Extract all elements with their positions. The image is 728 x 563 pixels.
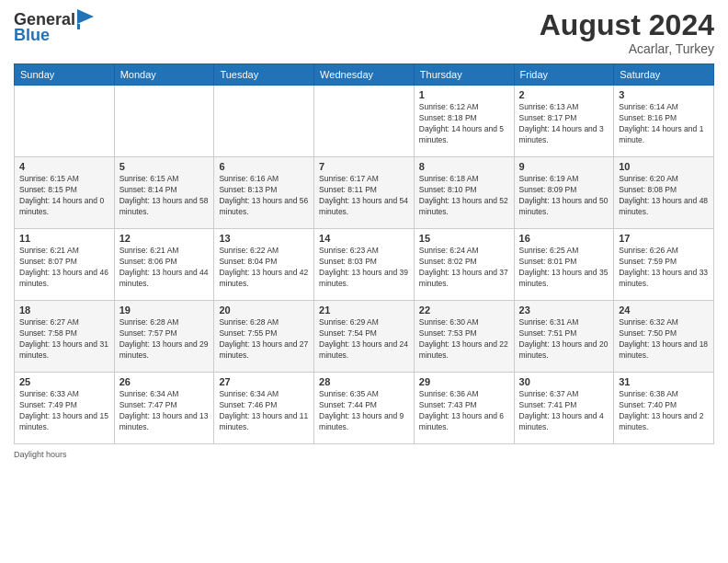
day-number: 1 xyxy=(419,89,509,100)
day-cell: 25Sunrise: 6:33 AMSunset: 7:49 PMDayligh… xyxy=(15,373,115,444)
day-number: 17 xyxy=(619,233,709,244)
footer: Daylight hours xyxy=(14,450,714,459)
day-cell: 6Sunrise: 6:16 AMSunset: 8:13 PMDaylight… xyxy=(214,157,314,229)
day-number: 5 xyxy=(119,161,210,172)
day-number: 23 xyxy=(519,304,609,316)
day-cell: 28Sunrise: 6:35 AMSunset: 7:44 PMDayligh… xyxy=(314,373,415,444)
day-info: Sunrise: 6:31 AMSunset: 7:51 PMDaylight:… xyxy=(519,317,609,362)
day-cell: 13Sunrise: 6:22 AMSunset: 8:04 PMDayligh… xyxy=(214,229,314,301)
day-number: 12 xyxy=(119,233,210,244)
day-number: 25 xyxy=(19,376,109,387)
day-cell: 31Sunrise: 6:38 AMSunset: 7:40 PMDayligh… xyxy=(614,373,714,444)
week-row-2: 4Sunrise: 6:15 AMSunset: 8:15 PMDaylight… xyxy=(15,157,714,229)
week-row-1: 1Sunrise: 6:12 AMSunset: 8:18 PMDaylight… xyxy=(15,86,714,157)
col-header-thursday: Thursday xyxy=(414,64,514,86)
month-year: August 2024 xyxy=(540,9,714,41)
day-cell: 15Sunrise: 6:24 AMSunset: 8:02 PMDayligh… xyxy=(414,229,514,301)
day-info: Sunrise: 6:20 AMSunset: 8:08 PMDaylight:… xyxy=(619,174,709,218)
day-cell xyxy=(114,86,214,157)
day-info: Sunrise: 6:12 AMSunset: 8:18 PMDaylight:… xyxy=(419,102,509,146)
day-info: Sunrise: 6:15 AMSunset: 8:14 PMDaylight:… xyxy=(119,174,210,218)
day-number: 2 xyxy=(519,89,609,100)
day-info: Sunrise: 6:27 AMSunset: 7:58 PMDaylight:… xyxy=(19,317,109,362)
daylight-label: Daylight hours xyxy=(14,450,67,459)
day-cell: 2Sunrise: 6:13 AMSunset: 8:17 PMDaylight… xyxy=(514,86,614,157)
day-number: 27 xyxy=(219,376,309,387)
day-number: 9 xyxy=(519,161,609,172)
day-number: 21 xyxy=(319,304,409,316)
day-cell xyxy=(314,86,415,157)
day-cell xyxy=(214,86,314,157)
day-number: 7 xyxy=(319,161,409,172)
day-cell: 1Sunrise: 6:12 AMSunset: 8:18 PMDaylight… xyxy=(414,86,514,157)
day-cell: 29Sunrise: 6:36 AMSunset: 7:43 PMDayligh… xyxy=(414,373,514,444)
day-info: Sunrise: 6:37 AMSunset: 7:41 PMDaylight:… xyxy=(519,389,609,433)
week-row-4: 18Sunrise: 6:27 AMSunset: 7:58 PMDayligh… xyxy=(15,301,714,373)
day-info: Sunrise: 6:16 AMSunset: 8:13 PMDaylight:… xyxy=(219,174,309,218)
day-cell: 18Sunrise: 6:27 AMSunset: 7:58 PMDayligh… xyxy=(15,301,115,373)
day-number: 15 xyxy=(419,233,509,244)
day-info: Sunrise: 6:26 AMSunset: 7:59 PMDaylight:… xyxy=(619,246,709,290)
day-info: Sunrise: 6:13 AMSunset: 8:17 PMDaylight:… xyxy=(519,102,609,146)
day-cell: 16Sunrise: 6:25 AMSunset: 8:01 PMDayligh… xyxy=(514,229,614,301)
col-header-tuesday: Tuesday xyxy=(214,64,314,86)
day-number: 18 xyxy=(19,304,109,316)
day-cell: 5Sunrise: 6:15 AMSunset: 8:14 PMDaylight… xyxy=(114,157,214,229)
day-cell: 26Sunrise: 6:34 AMSunset: 7:47 PMDayligh… xyxy=(114,373,214,444)
logo-flag-icon xyxy=(77,9,94,29)
day-number: 20 xyxy=(219,304,309,316)
calendar: SundayMondayTuesdayWednesdayThursdayFrid… xyxy=(14,63,714,444)
day-cell: 24Sunrise: 6:32 AMSunset: 7:50 PMDayligh… xyxy=(614,301,714,373)
day-cell: 19Sunrise: 6:28 AMSunset: 7:57 PMDayligh… xyxy=(114,301,214,373)
day-cell: 27Sunrise: 6:34 AMSunset: 7:46 PMDayligh… xyxy=(214,373,314,444)
day-info: Sunrise: 6:18 AMSunset: 8:10 PMDaylight:… xyxy=(419,174,509,218)
day-number: 29 xyxy=(419,376,509,387)
day-info: Sunrise: 6:35 AMSunset: 7:44 PMDaylight:… xyxy=(319,389,409,433)
col-header-monday: Monday xyxy=(114,64,214,86)
day-cell: 23Sunrise: 6:31 AMSunset: 7:51 PMDayligh… xyxy=(514,301,614,373)
day-number: 8 xyxy=(419,161,509,172)
day-number: 26 xyxy=(119,376,210,387)
day-number: 13 xyxy=(219,233,309,244)
day-info: Sunrise: 6:28 AMSunset: 7:57 PMDaylight:… xyxy=(119,317,210,362)
day-info: Sunrise: 6:22 AMSunset: 8:04 PMDaylight:… xyxy=(219,246,309,290)
day-cell: 12Sunrise: 6:21 AMSunset: 8:06 PMDayligh… xyxy=(114,229,214,301)
day-cell xyxy=(15,86,115,157)
day-cell: 20Sunrise: 6:28 AMSunset: 7:55 PMDayligh… xyxy=(214,301,314,373)
day-info: Sunrise: 6:29 AMSunset: 7:54 PMDaylight:… xyxy=(319,317,409,362)
day-cell: 21Sunrise: 6:29 AMSunset: 7:54 PMDayligh… xyxy=(314,301,415,373)
day-cell: 4Sunrise: 6:15 AMSunset: 8:15 PMDaylight… xyxy=(15,157,115,229)
day-cell: 3Sunrise: 6:14 AMSunset: 8:16 PMDaylight… xyxy=(614,86,714,157)
day-number: 19 xyxy=(119,304,210,316)
day-info: Sunrise: 6:32 AMSunset: 7:50 PMDaylight:… xyxy=(619,317,709,362)
day-number: 16 xyxy=(519,233,609,244)
day-number: 11 xyxy=(19,233,109,244)
col-header-sunday: Sunday xyxy=(15,64,115,86)
week-row-3: 11Sunrise: 6:21 AMSunset: 8:07 PMDayligh… xyxy=(15,229,714,301)
day-info: Sunrise: 6:30 AMSunset: 7:53 PMDaylight:… xyxy=(419,317,509,362)
day-info: Sunrise: 6:34 AMSunset: 7:47 PMDaylight:… xyxy=(119,389,210,433)
day-info: Sunrise: 6:33 AMSunset: 7:49 PMDaylight:… xyxy=(19,389,109,433)
day-cell: 9Sunrise: 6:19 AMSunset: 8:09 PMDaylight… xyxy=(514,157,614,229)
day-cell: 8Sunrise: 6:18 AMSunset: 8:10 PMDaylight… xyxy=(414,157,514,229)
day-number: 3 xyxy=(619,89,709,100)
svg-rect-1 xyxy=(77,24,80,29)
calendar-header-row: SundayMondayTuesdayWednesdayThursdayFrid… xyxy=(15,64,714,86)
day-cell: 22Sunrise: 6:30 AMSunset: 7:53 PMDayligh… xyxy=(414,301,514,373)
day-info: Sunrise: 6:23 AMSunset: 8:03 PMDaylight:… xyxy=(319,246,409,290)
day-number: 4 xyxy=(19,161,109,172)
header: General Blue August 2024 Acarlar, Turkey xyxy=(14,9,714,56)
week-row-5: 25Sunrise: 6:33 AMSunset: 7:49 PMDayligh… xyxy=(15,373,714,444)
day-info: Sunrise: 6:21 AMSunset: 8:06 PMDaylight:… xyxy=(119,246,210,290)
day-info: Sunrise: 6:34 AMSunset: 7:46 PMDaylight:… xyxy=(219,389,309,433)
day-info: Sunrise: 6:38 AMSunset: 7:40 PMDaylight:… xyxy=(619,389,709,433)
day-cell: 10Sunrise: 6:20 AMSunset: 8:08 PMDayligh… xyxy=(614,157,714,229)
logo: General Blue xyxy=(14,9,94,45)
day-number: 30 xyxy=(519,376,609,387)
day-info: Sunrise: 6:36 AMSunset: 7:43 PMDaylight:… xyxy=(419,389,509,433)
day-number: 28 xyxy=(319,376,409,387)
day-number: 14 xyxy=(319,233,409,244)
day-cell: 7Sunrise: 6:17 AMSunset: 8:11 PMDaylight… xyxy=(314,157,415,229)
location: Acarlar, Turkey xyxy=(540,41,714,56)
day-number: 24 xyxy=(619,304,709,316)
